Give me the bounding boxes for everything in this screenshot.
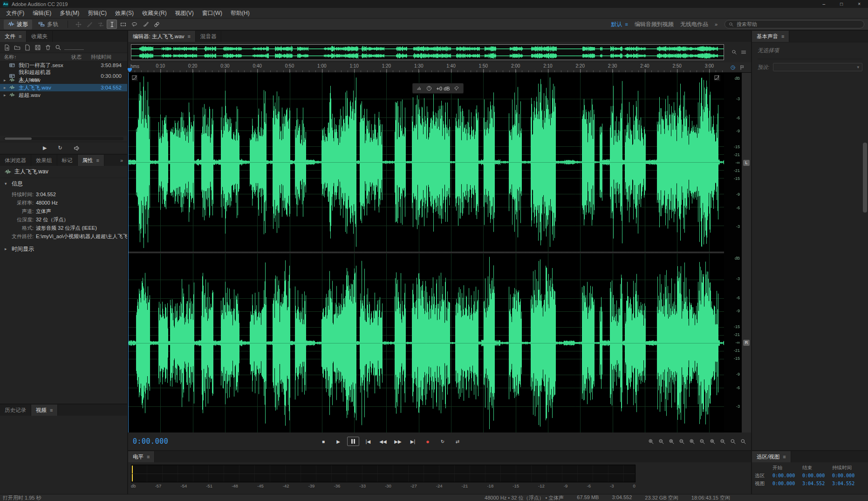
spot-healing-brush-tool[interactable] [151,20,162,29]
chevron-right-icon[interactable]: ▸ [4,85,9,90]
marquee-selection-tool[interactable] [118,20,128,29]
waveform-display[interactable]: +0 dB [128,73,724,432]
panel-scrollbar[interactable] [863,87,867,376]
tab-mixer[interactable]: 混音器 [196,31,222,42]
loop-playback-button[interactable]: ↻ [437,437,449,446]
left-channel-button[interactable]: L [743,160,750,166]
overview-display-icon[interactable] [741,49,746,55]
selview-end-value[interactable]: 3:04.552 [802,481,832,486]
workspace-default-button[interactable]: 默认 ≡ [611,21,628,28]
rewind-button[interactable]: ◀◀ [377,437,389,446]
skip-to-start-button[interactable]: |◀ [362,437,374,446]
menu-item-5[interactable]: 收藏夹(R) [138,8,171,19]
zoom-options[interactable] [740,439,746,445]
fade-out-handle[interactable] [714,75,720,81]
fade-in-handle[interactable] [132,75,138,81]
props-tab-0[interactable]: 体浏览器 [0,155,31,166]
props-tab-1[interactable]: 效果组 [31,155,57,166]
help-search-input[interactable] [737,21,860,27]
fast-forward-button[interactable]: ▶▶ [392,437,404,446]
playhead-marker[interactable] [128,68,132,72]
volume-hud[interactable]: +0 dB [412,83,464,94]
menu-item-2[interactable]: 多轨(M) [55,8,83,19]
panel-menu-icon[interactable]: ≡ [781,34,784,39]
volume-knob-icon[interactable] [426,85,432,91]
new-file-icon[interactable] [24,44,31,51]
reset-zoom[interactable] [730,439,736,445]
menu-item-3[interactable]: 剪辑(C) [83,8,111,19]
zoom-to-selection[interactable] [710,439,716,445]
stop-button[interactable]: ■ [317,437,329,446]
lasso-selection-tool[interactable] [129,20,139,29]
razor-tool[interactable] [84,20,95,29]
right-channel-button[interactable]: R [743,340,750,346]
db-ruler[interactable]: dB-3-6-9-15-21-∞-21-15-9-6-3 dB-3-6-9-15… [724,73,742,432]
waveform-view-button[interactable]: 波形 [4,20,32,29]
selview-start-value[interactable]: 0:00.000 [772,481,802,486]
zoom-out-full[interactable] [720,439,726,445]
chevron-right-icon[interactable]: ▸ [4,78,9,82]
file-list-header[interactable]: 名称↑ 状态 持续时间 [0,53,127,62]
zoom-in-time[interactable] [648,439,654,445]
level-meter[interactable] [131,465,636,482]
time-format-icon[interactable] [730,65,736,70]
file-row[interactable]: ▸主人飞飞.wav3:04.552 [0,84,127,91]
quick-search-field[interactable] [64,49,84,50]
close-button[interactable]: × [858,1,861,7]
info-section-header[interactable]: ▾ 信息 [0,178,127,189]
minimize-button[interactable]: – [823,1,826,7]
panel-menu-icon[interactable]: ≡ [19,34,21,39]
files-autoplay-volume-button[interactable] [74,145,80,151]
hud-pin-icon[interactable] [454,86,459,91]
zoom-amplitude-in[interactable] [669,439,675,445]
paintbrush-selection-tool[interactable] [140,20,150,29]
panel-menu-icon[interactable]: ≡ [147,454,150,460]
workspace-menu-icon[interactable]: ≡ [625,21,628,27]
tab-editor[interactable]: 编辑器: 主人飞飞.wav ≡ [128,31,196,42]
files-play-button[interactable]: ▶ [43,145,47,151]
chevron-right-icon[interactable]: ▸ [4,93,9,97]
tab-selection-view[interactable]: 选区/视图 ≡ [752,451,791,462]
tab-files[interactable]: 文件 ≡ [0,31,27,42]
time-selection-tool[interactable] [107,20,117,29]
menu-item-1[interactable]: 编辑(E) [28,8,55,19]
selview-end-value[interactable]: 0:00.000 [802,473,832,478]
files-horizontal-scrollbar[interactable] [4,137,123,140]
move-tool[interactable] [73,20,83,29]
tab-history[interactable]: 历史记录 [0,405,31,416]
menu-item-6[interactable]: 视图(V) [171,8,198,19]
play-button[interactable]: ▶ [332,437,344,446]
time-display-section-header[interactable]: ▸ 时间显示 [0,243,127,254]
menu-item-8[interactable]: 帮助(H) [226,8,254,19]
workspace-radio-button[interactable]: 无线电作品 [680,21,708,28]
props-tab-3[interactable]: 属性≡ [78,155,104,166]
panel-menu-icon[interactable]: ≡ [188,34,191,39]
pause-button[interactable] [347,437,359,446]
tab-basic-sound[interactable]: 基本声音 ≡ [752,31,789,42]
zoom-to-out-point[interactable] [699,439,705,445]
marker-flag-icon[interactable] [739,65,745,70]
maximize-button[interactable]: □ [840,1,843,7]
selview-start-value[interactable]: 0:00.000 [772,473,802,478]
file-row[interactable]: 我们一样高了.sesx3:50.894 [0,62,127,69]
skip-to-end-button[interactable]: ▶| [407,437,419,446]
record-button[interactable]: ● [422,437,434,446]
tab-favorites[interactable]: 收藏夹 [27,31,53,42]
menu-item-4[interactable]: 效果(S) [111,8,138,19]
zoom-amplitude-out[interactable] [679,439,685,445]
import-file-icon[interactable] [4,44,10,51]
zoom-out-time[interactable] [658,439,664,445]
delete-icon[interactable] [45,44,51,51]
help-search-field[interactable] [724,20,864,28]
zoom-to-in-point[interactable] [689,439,695,445]
timeline-ruler[interactable]: hms 0:100:200:300:400:501:001:101:201:30… [128,62,724,72]
file-row[interactable]: ▸超超.wav [0,91,127,99]
props-tab-2[interactable]: 标记 [57,155,78,166]
menu-item-7[interactable]: 窗口(W) [198,8,226,19]
save-icon[interactable] [34,44,41,51]
playhead-time[interactable]: 0:00.000 [133,437,189,446]
panel-menu-icon[interactable]: ≡ [50,407,53,413]
tab-levels[interactable]: 电平 ≡ [128,451,155,462]
open-file-icon[interactable] [14,44,21,51]
selview-duration-value[interactable]: 0:00.000 [832,473,864,478]
